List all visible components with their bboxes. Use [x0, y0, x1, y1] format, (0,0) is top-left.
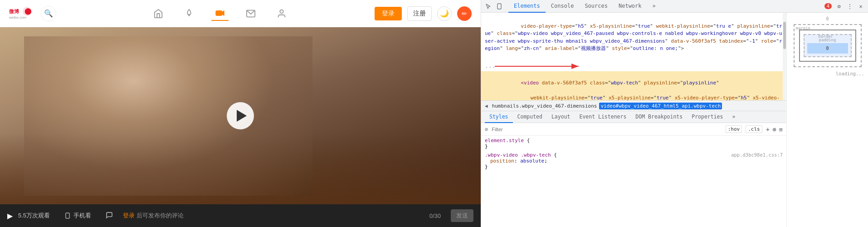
nav-video[interactable] [211, 6, 229, 21]
search-button[interactable]: 🔍 [41, 6, 56, 21]
mobile-view[interactable]: 手机看 [64, 212, 91, 220]
mobile-inspect-icon[interactable] [496, 3, 503, 10]
nav-fire[interactable] [180, 7, 198, 20]
edit-button[interactable]: ✏ [457, 6, 472, 21]
filter-hov-tag[interactable]: :hov [726, 125, 742, 133]
filter-input[interactable] [492, 127, 722, 132]
new-style-rule-icon[interactable]: ⊕ [772, 126, 776, 133]
svg-rect-4 [216, 10, 222, 15]
comment-count: 0/30 [429, 212, 441, 219]
weibo-header: 微博 weibo.com ⬤ 🔍 [0, 0, 481, 27]
devtools-left: video-player-type="h5" x5-playsinline="t… [481, 13, 786, 227]
tab-sources[interactable]: Sources [579, 0, 613, 13]
error-badge: 4 [824, 3, 832, 9]
css-rule-wbpv-body: position: absolute; [485, 158, 783, 164]
view-count: 5.5万次观看 [18, 212, 50, 220]
comment-icon-wrap [106, 212, 113, 220]
breadcrumb-bar: ◀ humbnails.wbpv_video_467-dimensions vi… [481, 100, 786, 111]
loading-indicator: loading... [790, 71, 864, 76]
play-icon [237, 110, 247, 122]
dark-mode-button[interactable]: 🌙 [437, 6, 452, 21]
register-button[interactable]: 注册 [407, 6, 432, 21]
html-tree[interactable]: video-player-type="h5" x5-playsinline="t… [481, 13, 786, 100]
login-button[interactable]: 登录 [375, 7, 402, 20]
comment-placeholder: 登录 后可发布你的评论 [123, 212, 184, 220]
mobile-label: 手机看 [73, 212, 91, 220]
devtools-right-panel: 0 margin border padding 0 [786, 13, 868, 227]
box-model-visual: margin border padding 0 [790, 24, 864, 67]
nav-user[interactable] [273, 7, 290, 20]
css-rule-element-style: element.style { } [485, 138, 783, 149]
filter-icon: ⊘ [485, 126, 488, 133]
html-line-video[interactable]: <video data-v-560f3af5 class="wbpv-tech"… [481, 71, 786, 100]
comment-input-area[interactable]: 登录 后可发布你的评论 [123, 212, 424, 220]
elements-area: video-player-type="h5" x5-playsinline="t… [481, 13, 786, 100]
content-box: 0 [807, 43, 848, 54]
style-tab-computed[interactable]: Computed [513, 111, 547, 123]
border-box: border padding 0 [799, 30, 856, 62]
play-control-icon[interactable]: ▶ [7, 212, 13, 220]
content-dimensions: 0 [826, 46, 829, 51]
filter-bar: ⊘ :hov .cls + ⊕ ≡ [481, 123, 786, 136]
comment-icon [106, 212, 113, 219]
video-controls-bar: ▶ 5.5万次观看 手机看 登录 后可发布你的评论 0/30 发送 [0, 204, 481, 227]
breadcrumb-item-1[interactable]: humbnails.wbpv_video_467-dimensions [491, 103, 599, 109]
css-element-close: } [485, 143, 783, 149]
tab-elements[interactable]: Elements [508, 0, 546, 13]
style-tabs: Styles Computed Layout Event Listeners D… [481, 111, 786, 123]
breadcrumb-item-2[interactable]: video#wbpv_video_467_html5_api.wbpv-tech [599, 103, 722, 109]
svg-rect-8 [66, 213, 69, 218]
toggle-format-icon[interactable]: ≡ [779, 126, 783, 133]
devtools-top-icons [485, 3, 503, 10]
svg-text:⬤: ⬤ [24, 7, 32, 15]
style-tab-dom-breakpoints[interactable]: DOM Breakpoints [631, 111, 687, 123]
devtools-tabs: Elements Console Sources Network » [508, 0, 823, 13]
html-line-1: video-player-type="h5" x5-playsinline="t… [481, 15, 786, 60]
video-player[interactable] [0, 27, 481, 204]
cursor-icon[interactable] [485, 3, 492, 10]
margin-label: margin [796, 26, 811, 30]
scrollbar-thumb[interactable] [783, 22, 786, 49]
tab-network[interactable]: Network [613, 0, 647, 13]
html-tree-scrollbar[interactable] [783, 13, 786, 100]
style-tab-more[interactable]: » [727, 111, 740, 123]
comment-login-link[interactable]: 登录 [123, 212, 135, 219]
css-source-1[interactable]: app.d3bc98e1.css:7 [731, 152, 783, 158]
tab-console[interactable]: Console [546, 0, 580, 13]
css-rule-wbpv-header: .wbpv-video .wbpv-tech { app.d3bc98e1.cs… [485, 152, 783, 158]
box-model-section: 0 margin border padding 0 [787, 13, 868, 80]
css-rules: element.style { } .wbpv-video .wbpv-tech… [481, 136, 786, 227]
style-tab-event-listeners[interactable]: Event Listeners [575, 111, 631, 123]
weibo-logo: 微博 weibo.com ⬤ [9, 5, 32, 22]
devtools-main: video-player-type="h5" x5-playsinline="t… [481, 13, 868, 227]
style-tab-properties[interactable]: Properties [687, 111, 727, 123]
close-devtools-icon[interactable]: ✕ [857, 3, 864, 10]
add-style-icon[interactable]: + [766, 126, 770, 133]
svg-marker-5 [222, 10, 224, 15]
person-silhouette [24, 36, 312, 196]
weibo-section: 微博 weibo.com ⬤ 🔍 [0, 0, 481, 227]
nav-mail[interactable] [242, 7, 259, 20]
nav-home[interactable] [150, 7, 167, 20]
css-rule-wbpv-close: } [485, 164, 783, 170]
devtools-topbar: Elements Console Sources Network » 4 ⚙ ⋮… [481, 0, 868, 13]
settings-icon[interactable]: ⚙ [835, 3, 843, 10]
send-button[interactable]: 发送 [451, 209, 473, 222]
header-right: 登录 注册 🌙 ✏ [375, 6, 472, 21]
margin-box: margin border padding 0 [794, 24, 862, 67]
box-model-label: 0 [790, 16, 864, 21]
play-button[interactable] [227, 102, 254, 129]
css-selector-element: element.style { [485, 138, 783, 143]
svg-rect-10 [497, 4, 501, 9]
devtools-more-icon[interactable]: ⋮ [846, 3, 853, 10]
style-tab-styles[interactable]: Styles [485, 111, 513, 123]
tab-more[interactable]: » [647, 0, 661, 13]
video-frame [0, 27, 481, 204]
breadcrumb-left-arrow[interactable]: ◀ [485, 103, 488, 109]
style-tab-layout[interactable]: Layout [547, 111, 575, 123]
nav-icons [65, 6, 375, 21]
search-icon: 🔍 [44, 9, 53, 18]
filter-cls-tag[interactable]: .cls [746, 125, 762, 133]
weibo-logo-svg: 微博 weibo.com ⬤ [9, 5, 32, 22]
devtools-top-right: 4 ⚙ ⋮ ✕ [824, 3, 864, 10]
